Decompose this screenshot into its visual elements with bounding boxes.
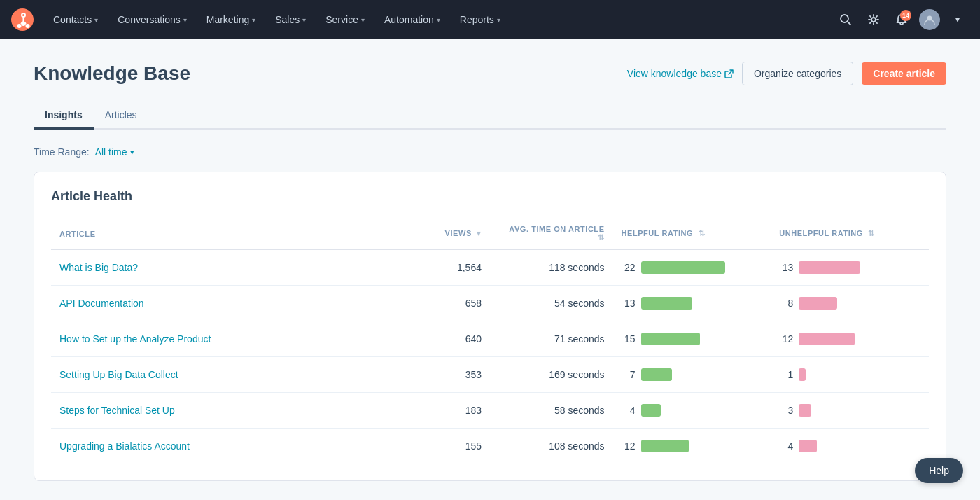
unhelpful-rating-cell: 1 — [771, 357, 929, 393]
unhelpful-bar — [799, 297, 837, 310]
views-cell: 155 — [402, 429, 490, 464]
helpful-count: 7 — [622, 369, 636, 380]
help-button[interactable]: Help — [915, 458, 963, 483]
unhelpful-bar — [799, 333, 855, 345]
article-cell: What is Big Data? — [51, 250, 402, 286]
time-range-row: Time Range: All time ▾ — [34, 146, 946, 158]
top-navigation: Contacts ▾ Conversations ▾ Marketing ▾ S… — [0, 0, 980, 39]
article-health-table: Article Views ▾ Avg. Time On Article ⇅ H… — [51, 218, 929, 464]
nav-automation[interactable]: Automation ▾ — [376, 8, 449, 31]
article-cell: How to Set up the Analyze Product — [51, 321, 402, 357]
page-header: Knowledge Base View knowledge base Organ… — [34, 62, 946, 85]
search-button[interactable] — [834, 8, 857, 31]
nav-reports[interactable]: Reports ▾ — [451, 8, 509, 31]
tab-group: Insights Articles — [34, 102, 946, 130]
article-cell: Setting Up Big Data Collect — [51, 357, 402, 393]
tab-articles[interactable]: Articles — [94, 102, 148, 130]
tab-insights[interactable]: Insights — [34, 102, 94, 130]
helpful-bar — [641, 440, 689, 452]
col-header-helpful[interactable]: Helpful Rating ⇅ — [613, 218, 771, 250]
views-cell: 353 — [402, 357, 490, 393]
table-row: API Documentation 658 54 seconds 13 8 — [51, 286, 929, 321]
table-row: What is Big Data? 1,564 118 seconds 22 1… — [51, 250, 929, 286]
settings-button[interactable] — [862, 8, 885, 31]
helpful-count: 15 — [622, 333, 636, 345]
svg-point-3 — [26, 24, 30, 28]
organize-categories-button[interactable]: Organize categories — [742, 62, 853, 85]
chevron-down-icon: ▾ — [130, 148, 134, 157]
nav-service[interactable]: Service ▾ — [317, 8, 373, 31]
table-row: Upgrading a Bialatics Account 155 108 se… — [51, 429, 929, 464]
helpful-count: 4 — [622, 405, 636, 416]
hubspot-logo[interactable] — [11, 8, 34, 31]
unhelpful-count: 12 — [779, 333, 793, 345]
table-row: How to Set up the Analyze Product 640 71… — [51, 321, 929, 357]
col-header-avg-time[interactable]: Avg. Time On Article ⇅ — [490, 218, 613, 250]
article-link[interactable]: Steps for Technical Set Up — [59, 405, 175, 416]
account-chevron[interactable]: ▾ — [946, 8, 969, 31]
nav-conversations[interactable]: Conversations ▾ — [109, 8, 195, 31]
views-cell: 1,564 — [402, 250, 490, 286]
create-article-button[interactable]: Create article — [862, 62, 946, 85]
col-header-article: Article — [51, 218, 402, 250]
notification-count: 14 — [900, 10, 911, 21]
article-link[interactable]: Setting Up Big Data Collect — [59, 369, 178, 380]
page-title: Knowledge Base — [34, 62, 190, 85]
avg-time-cell: 58 seconds — [490, 393, 613, 429]
article-link[interactable]: How to Set up the Analyze Product — [59, 333, 211, 345]
views-cell: 640 — [402, 321, 490, 357]
helpful-rating-cell: 12 — [613, 429, 771, 464]
nav-marketing[interactable]: Marketing ▾ — [198, 8, 264, 31]
nav-sales[interactable]: Sales ▾ — [267, 8, 314, 31]
avg-time-cell: 118 seconds — [490, 250, 613, 286]
svg-line-5 — [848, 22, 851, 25]
user-avatar — [919, 9, 940, 30]
chevron-down-icon: ▾ — [302, 16, 306, 24]
sort-icon: ▾ — [477, 229, 482, 237]
svg-point-0 — [11, 8, 34, 31]
notifications-button[interactable]: 14 — [890, 8, 913, 31]
unhelpful-rating-cell: 4 — [771, 429, 929, 464]
unhelpful-count: 13 — [779, 262, 793, 273]
article-link[interactable]: Upgrading a Bialatics Account — [59, 440, 190, 452]
unhelpful-count: 3 — [779, 405, 793, 416]
svg-point-2 — [18, 24, 22, 28]
sort-icon: ⇅ — [868, 229, 875, 237]
avg-time-cell: 108 seconds — [490, 429, 613, 464]
time-range-label: Time Range: — [34, 146, 90, 158]
helpful-count: 22 — [622, 262, 636, 273]
chevron-down-icon: ▾ — [497, 16, 500, 24]
helpful-count: 12 — [622, 440, 636, 452]
nav-contacts[interactable]: Contacts ▾ — [45, 8, 106, 31]
article-link[interactable]: API Documentation — [59, 298, 144, 309]
unhelpful-count: 8 — [779, 298, 793, 309]
svg-point-6 — [872, 18, 876, 22]
avg-time-cell: 71 seconds — [490, 321, 613, 357]
helpful-rating-cell: 13 — [613, 286, 771, 321]
view-knowledge-base-button[interactable]: View knowledge base — [627, 68, 734, 79]
chevron-down-icon: ▾ — [252, 16, 255, 24]
article-health-card: Article Health Article Views ▾ Avg. Time… — [34, 172, 946, 481]
article-link[interactable]: What is Big Data? — [59, 262, 138, 273]
card-title: Article Health — [51, 189, 929, 204]
sort-icon: ⇅ — [699, 229, 706, 237]
table-row: Setting Up Big Data Collect 353 169 seco… — [51, 357, 929, 393]
helpful-bar — [641, 404, 661, 417]
article-cell: Steps for Technical Set Up — [51, 393, 402, 429]
helpful-rating-cell: 7 — [613, 357, 771, 393]
avg-time-cell: 169 seconds — [490, 357, 613, 393]
helpful-bar — [641, 368, 672, 381]
chevron-down-icon: ▾ — [955, 15, 960, 25]
avatar[interactable] — [918, 8, 941, 31]
col-header-unhelpful[interactable]: Unhelpful Rating ⇅ — [771, 218, 929, 250]
unhelpful-bar — [799, 261, 860, 274]
external-link-icon — [724, 69, 734, 78]
chevron-down-icon: ▾ — [437, 16, 440, 24]
helpful-rating-cell: 15 — [613, 321, 771, 357]
unhelpful-count: 4 — [779, 440, 793, 452]
unhelpful-rating-cell: 8 — [771, 286, 929, 321]
col-header-views[interactable]: Views ▾ — [402, 218, 490, 250]
time-range-select[interactable]: All time ▾ — [95, 146, 134, 158]
views-cell: 183 — [402, 393, 490, 429]
table-row: Steps for Technical Set Up 183 58 second… — [51, 393, 929, 429]
